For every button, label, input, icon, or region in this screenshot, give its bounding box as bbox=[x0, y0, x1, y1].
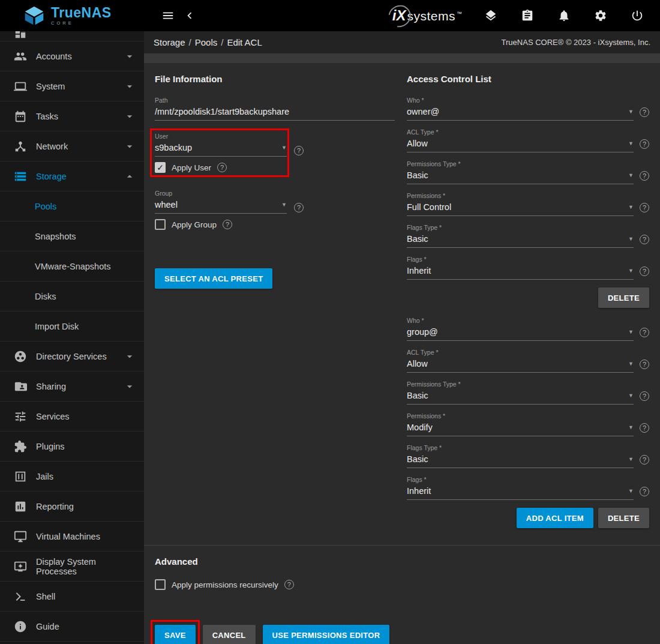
truenas-logo[interactable]: TrueNAS CORE bbox=[0, 5, 144, 26]
acl-field-help-icon[interactable]: ? bbox=[640, 203, 649, 212]
sidebar-item-label: Jails bbox=[36, 472, 53, 481]
notifications-icon bbox=[557, 9, 571, 22]
user-help-icon[interactable]: ? bbox=[294, 146, 304, 155]
sidebar-item-snapshots[interactable]: Snapshots bbox=[0, 221, 144, 251]
delete-acl-entry-button[interactable]: DELETE bbox=[598, 508, 649, 528]
use-permissions-editor-button[interactable]: USE PERMISSIONS EDITOR bbox=[263, 625, 390, 644]
ix-text: systems bbox=[407, 9, 455, 23]
acl-field-value: Full Control bbox=[407, 202, 623, 212]
apply-group-help-icon[interactable]: ? bbox=[223, 220, 232, 229]
acl-select-permissions-type[interactable]: Permissions Type *Basic▼ bbox=[407, 160, 634, 184]
acl-select-flags[interactable]: Flags *Inherit▼ bbox=[407, 476, 634, 500]
delete-acl-entry-button[interactable]: DELETE bbox=[598, 287, 649, 308]
collapse-nav-button[interactable] bbox=[179, 5, 200, 26]
acl-field-help-icon[interactable]: ? bbox=[640, 328, 649, 337]
sidebar-item-accounts[interactable]: Accounts bbox=[0, 41, 144, 71]
acl-select-permissions[interactable]: Permissions *Full Control▼ bbox=[407, 192, 634, 216]
acl-select-acl-type[interactable]: ACL Type *Allow▼ bbox=[407, 128, 634, 152]
sidebar-item-display-system-processes[interactable]: Display System Processes bbox=[0, 552, 144, 582]
settings-button[interactable] bbox=[590, 5, 611, 26]
apply-group-checkbox[interactable] bbox=[155, 219, 166, 230]
breadcrumb: Storage/Pools/Edit ACL bbox=[154, 37, 262, 47]
dropdown-caret-icon: ▼ bbox=[628, 204, 634, 210]
acl-select-flags[interactable]: Flags *Inherit▼ bbox=[407, 256, 634, 280]
notifications-button[interactable] bbox=[553, 5, 575, 26]
acl-select-flags-type[interactable]: Flags Type *Basic▼ bbox=[407, 224, 634, 248]
sidebar-item-virtual-machines[interactable]: Virtual Machines bbox=[0, 522, 144, 552]
path-field[interactable]: Path /mnt/zpooldisk1/start9backupshare bbox=[155, 97, 395, 121]
acl-select-who[interactable]: Who *owner@▼ bbox=[407, 97, 634, 121]
sidebar-item-label: System bbox=[36, 82, 65, 91]
sidebar-item-shell[interactable]: Shell bbox=[0, 582, 144, 612]
sidebar-item-tasks[interactable]: Tasks bbox=[0, 101, 144, 131]
cancel-button[interactable]: CANCEL bbox=[203, 625, 256, 644]
acl-field-help-icon[interactable]: ? bbox=[640, 266, 649, 276]
acl-field-help-icon[interactable]: ? bbox=[640, 139, 649, 149]
sidebar-item-jails[interactable]: Jails bbox=[0, 462, 144, 492]
acl-field-help-icon[interactable]: ? bbox=[640, 455, 649, 465]
acl-select-acl-type[interactable]: ACL Type *Allow▼ bbox=[407, 349, 634, 373]
apply-recursive-checkbox[interactable] bbox=[155, 579, 166, 590]
add-acl-item-button[interactable]: ADD ACL ITEM bbox=[517, 508, 593, 528]
sidebar-item-sharing[interactable]: Sharing bbox=[0, 372, 144, 402]
sidebar-item-network[interactable]: Network bbox=[0, 131, 144, 161]
apply-group-label: Apply Group bbox=[172, 220, 217, 229]
acl-select-flags-type[interactable]: Flags Type *Basic▼ bbox=[407, 444, 634, 468]
acl-title: Access Control List bbox=[407, 74, 649, 84]
sidebar-item-system[interactable]: System bbox=[0, 71, 144, 101]
power-button[interactable] bbox=[626, 5, 648, 26]
acl-field-label: Permissions Type * bbox=[407, 381, 634, 388]
acl-select-who[interactable]: Who *group@▼ bbox=[407, 317, 634, 341]
plugins-icon bbox=[13, 439, 28, 454]
layers-icon bbox=[484, 9, 497, 22]
acl-select-permissions-type[interactable]: Permissions Type *Basic▼ bbox=[407, 381, 634, 405]
sidebar-item-label: Storage bbox=[36, 172, 67, 181]
sidebar-item-label: Accounts bbox=[36, 52, 72, 61]
acl-select-permissions[interactable]: Permissions *Modify▼ bbox=[407, 412, 634, 436]
save-button[interactable]: SAVE bbox=[155, 625, 196, 644]
sidebar-item-directory-services[interactable]: Directory Services bbox=[0, 342, 144, 372]
recursive-row: Apply permissions recursively ? bbox=[155, 579, 649, 590]
acl-field-help-icon[interactable]: ? bbox=[640, 107, 649, 117]
breadcrumb-storage[interactable]: Storage bbox=[154, 37, 185, 47]
sidebar-item-disks[interactable]: Disks bbox=[0, 281, 144, 311]
user-field-row: User s9backup ▼ ✓ Apply User ? bbox=[155, 133, 407, 173]
sidebar-item-vmware-snapshots[interactable]: VMware-Snapshots bbox=[0, 251, 144, 281]
breadcrumb-pools[interactable]: Pools bbox=[195, 37, 218, 47]
select-acl-preset-button[interactable]: SELECT AN ACL PRESET bbox=[155, 268, 272, 289]
sidebar-item-services[interactable]: Services bbox=[0, 402, 144, 432]
acl-field-label: Flags Type * bbox=[407, 224, 634, 231]
sidebar-item-partial[interactable] bbox=[0, 31, 144, 41]
dropdown-caret-icon: ▼ bbox=[628, 488, 634, 494]
acl-field-help-icon[interactable]: ? bbox=[640, 235, 649, 244]
clipboard-button[interactable] bbox=[517, 5, 538, 26]
sidebar-item-label: VMware-Snapshots bbox=[35, 262, 111, 271]
user-select[interactable]: User s9backup ▼ bbox=[155, 133, 287, 157]
menu-toggle-button[interactable] bbox=[157, 5, 179, 26]
acl-field-help-icon[interactable]: ? bbox=[640, 360, 649, 369]
virtual-machines-icon bbox=[13, 529, 28, 544]
acl-field-help-icon[interactable]: ? bbox=[640, 391, 649, 401]
sidebar-item-plugins[interactable]: Plugins bbox=[0, 432, 144, 462]
layers-button[interactable] bbox=[480, 5, 502, 26]
sidebar-item-import-disk[interactable]: Import Disk bbox=[0, 311, 144, 342]
apply-user-checkbox[interactable]: ✓ bbox=[155, 162, 166, 173]
acl-entry-buttons: ADD ACL ITEMDELETE bbox=[407, 508, 649, 528]
acl-field-help-icon[interactable]: ? bbox=[640, 423, 649, 433]
acl-field-value: Allow bbox=[407, 359, 623, 369]
acl-field-help-icon[interactable]: ? bbox=[640, 487, 649, 496]
sidebar-item-pools[interactable]: Pools bbox=[0, 191, 144, 221]
group-help-icon[interactable]: ? bbox=[294, 203, 304, 212]
access-control-list-section: Access Control List Who *owner@▼?ACL Typ… bbox=[407, 74, 649, 528]
ix-trademark: ™ bbox=[457, 11, 462, 17]
path-label: Path bbox=[155, 97, 395, 104]
sidebar-item-reporting[interactable]: Reporting bbox=[0, 492, 144, 522]
group-select[interactable]: Group wheel ▼ bbox=[155, 190, 287, 214]
apply-user-help-icon[interactable]: ? bbox=[217, 163, 227, 172]
file-information-title: File Information bbox=[155, 74, 407, 84]
recursive-help-icon[interactable]: ? bbox=[284, 580, 294, 589]
group-field-row: Group wheel ▼ Apply Group ? bbox=[155, 190, 407, 230]
sidebar-item-guide[interactable]: Guide bbox=[0, 612, 144, 642]
sidebar-item-storage[interactable]: Storage bbox=[0, 161, 144, 191]
acl-field-help-icon[interactable]: ? bbox=[640, 171, 649, 181]
